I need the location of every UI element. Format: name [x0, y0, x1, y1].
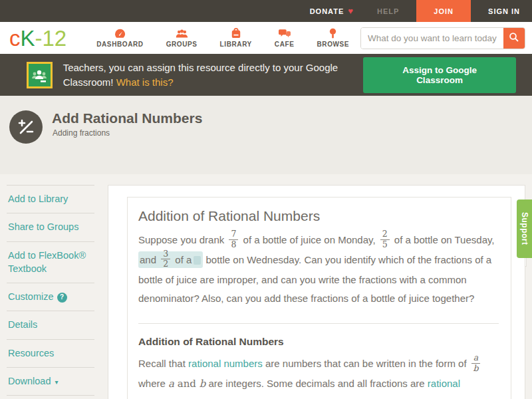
lesson-title: Add Rational Numbers [52, 110, 202, 126]
highlight-text-post: of a [172, 254, 192, 265]
math-var-a: a [168, 378, 174, 390]
support-tab-label: Support [520, 212, 529, 245]
intro-seg1: Suppose you drank [138, 234, 227, 245]
help-question-icon[interactable]: ? [57, 293, 67, 303]
section-heading: Addition of Rational Numbers [138, 336, 499, 348]
highlight-text-pre: and [140, 254, 159, 265]
help-label: HELP [377, 7, 399, 15]
join-button[interactable]: JOIN [416, 0, 471, 22]
people-icon [176, 29, 188, 41]
fraction-2-5: 25 [380, 229, 390, 249]
content-panel: Addition of Rational Numbers Suppose you… [108, 185, 525, 399]
lesson-subtitle: Adding fractions [53, 128, 110, 138]
sidebar-item-quick-tips[interactable]: Quick Tips [7, 395, 94, 399]
nav-label-cafe: CAFE [275, 41, 295, 48]
recall-and: and [174, 378, 200, 390]
sidebar-item-share-to-groups[interactable]: Share to Groups [7, 213, 94, 241]
math-var-b: b [200, 378, 206, 390]
page: DONATE♥ HELP JOIN SIGN IN cK-12 DASHBOAR… [0, 0, 532, 399]
nav-label-dashboard: DASHBOARD [96, 41, 143, 48]
sidebar-item-add-to-flexbook[interactable]: Add to FlexBook® Textbook [7, 241, 94, 283]
caret-down-icon: ▾ [55, 378, 59, 386]
logo-c: c [9, 26, 21, 51]
fraction-3-2: 32 [161, 249, 170, 269]
recall-seg3: where [138, 378, 168, 389]
nav-item-library[interactable]: LIBRARY [220, 28, 252, 48]
nav-item-cafe[interactable]: CAFE [275, 29, 295, 48]
sidebar-item-add-to-library[interactable]: Add to Library [7, 185, 94, 213]
sign-in-label: SIGN IN [488, 7, 520, 15]
nav-item-browse[interactable]: BROWSE [317, 28, 349, 48]
content-heading: Addition of Rational Numbers [138, 208, 499, 224]
nav-label-browse: BROWSE [317, 41, 349, 48]
utility-bar: DONATE♥ HELP JOIN SIGN IN [0, 0, 532, 22]
nav-label-groups: GROUPS [166, 41, 198, 48]
nav-label-library: LIBRARY [220, 41, 252, 48]
banner-message: Teachers, you can assign this resource d… [63, 62, 338, 88]
help-button[interactable]: HELP [365, 0, 411, 22]
lesson-header: Add Rational Numbers Adding fractions Es… [0, 96, 532, 174]
intro-seg2: of a bottle of juice on Monday, [240, 234, 378, 245]
sidebar-item-resources[interactable]: Resources [7, 339, 94, 367]
fraction-a-b: ab [471, 353, 480, 373]
sidebar: Add to Library Share to Groups Add to Fl… [7, 185, 94, 399]
sidebar-item-details[interactable]: Details [7, 311, 94, 338]
recall-paragraph: Recall that rational numbers are numbers… [138, 354, 499, 399]
lesson-card: Addition of Rational Numbers Suppose you… [127, 197, 511, 399]
logo-12: -12 [35, 26, 67, 51]
chat-bubbles-icon [279, 29, 291, 41]
intro-seg3: of a bottle on Tuesday, [392, 234, 495, 245]
sign-in-button[interactable]: SIGN IN [476, 0, 532, 22]
intro-paragraph: Suppose you drank 78 of a bottle of juic… [138, 231, 499, 307]
plus-minus-icon [9, 110, 43, 144]
nav-item-dashboard[interactable]: DASHBOARD [96, 29, 143, 48]
search-input[interactable] [361, 28, 503, 49]
search-icon [509, 32, 519, 45]
sidebar-item-customize[interactable]: Customize? [7, 283, 94, 311]
logo-k: K [21, 26, 35, 51]
fraction-7-8: 78 [229, 229, 238, 249]
what-is-this-link[interactable]: What is this? [116, 76, 174, 88]
heart-icon: ♥ [348, 6, 353, 16]
donate-label: DONATE [310, 7, 344, 15]
highlighted-selection: and 32 of a [138, 251, 203, 268]
ck12-logo[interactable]: cK-12 [9, 27, 66, 49]
rational-numbers-link-1[interactable]: rational numbers [188, 358, 263, 369]
assign-to-classroom-button[interactable]: Assign to Google Classroom [363, 57, 516, 93]
recall-seg1: Recall that [138, 358, 188, 369]
search-button[interactable] [503, 28, 525, 49]
search-bar [360, 27, 525, 49]
download-label: Download [8, 376, 51, 386]
support-tab[interactable]: Support [517, 200, 532, 258]
nav-item-groups[interactable]: GROUPS [166, 29, 198, 48]
banner-text: Teachers, you can assign this resource d… [63, 61, 363, 90]
main-nav: cK-12 DASHBOARD GROUPS LIBRARY CAFE BROW… [0, 22, 532, 55]
recall-seg4: are integers. Some decimals and all frac… [205, 378, 428, 389]
backpack-icon [231, 28, 241, 41]
join-label: JOIN [434, 7, 454, 15]
customize-label: Customize [8, 291, 54, 302]
recall-seg2: are numbers that can be written in the f… [263, 358, 469, 369]
donate-button[interactable]: DONATE♥ [298, 0, 365, 22]
gauge-icon [114, 29, 126, 41]
equation-icon [194, 256, 201, 265]
lightbulb-icon [329, 28, 336, 41]
sidebar-item-download[interactable]: Download▾ [7, 367, 94, 395]
section-divider [138, 323, 499, 324]
classroom-banner: Teachers, you can assign this resource d… [0, 54, 532, 96]
google-classroom-icon [27, 62, 53, 88]
